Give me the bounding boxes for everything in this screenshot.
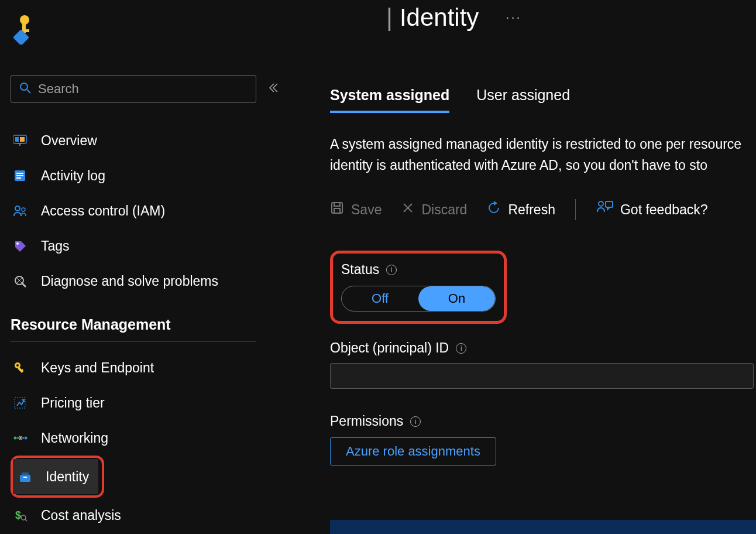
status-label: Status: [341, 262, 379, 278]
sidebar-item-identity[interactable]: Identity: [13, 459, 98, 494]
svg-line-5: [27, 90, 30, 93]
svg-line-19: [22, 283, 26, 287]
sidebar-item-activity-log[interactable]: Activity log: [11, 158, 297, 193]
refresh-icon: [487, 201, 501, 218]
highlight-identity: Identity: [11, 456, 104, 498]
sidebar-item-cost-analysis[interactable]: $ Cost analysis: [11, 498, 297, 533]
page-title: | Identity ···: [386, 4, 522, 32]
sidebar-item-label: Tags: [41, 238, 70, 254]
svg-line-34: [25, 519, 27, 521]
more-icon[interactable]: ···: [506, 10, 521, 25]
feedback-label: Got feedback?: [620, 202, 708, 218]
identity-description: A system assigned managed identity is re…: [330, 134, 756, 176]
save-icon: [330, 201, 344, 218]
svg-rect-29: [20, 475, 30, 482]
sidebar-item-label: Identity: [46, 469, 89, 485]
highlight-status: Status i Off On: [330, 251, 507, 324]
sidebar-item-overview[interactable]: Overview: [11, 123, 297, 158]
identity-icon: [16, 470, 34, 483]
discard-button[interactable]: Discard: [401, 201, 467, 218]
sidebar-item-label: Pricing tier: [41, 395, 105, 411]
svg-point-33: [21, 515, 26, 520]
svg-point-16: [22, 208, 25, 211]
refresh-button[interactable]: Refresh: [487, 201, 555, 218]
info-icon[interactable]: i: [386, 265, 397, 275]
sidebar-item-pricing-tier[interactable]: Pricing tier: [11, 385, 297, 420]
info-icon[interactable]: i: [410, 416, 421, 427]
title-separator: |: [386, 4, 393, 32]
feedback-button[interactable]: Got feedback?: [596, 200, 708, 219]
sidebar-item-label: Diagnose and solve problems: [41, 273, 218, 289]
bottom-bar: [330, 520, 756, 534]
section-resource-management: Resource Management: [11, 316, 297, 333]
object-id-section: Object (principal) ID i: [330, 340, 756, 389]
sidebar-item-label: Networking: [41, 430, 108, 446]
svg-point-21: [16, 364, 19, 367]
sidebar-item-keys-endpoint[interactable]: Keys and Endpoint: [11, 350, 297, 385]
pricing-tier-icon: [12, 396, 29, 409]
status-toggle[interactable]: Off On: [341, 286, 496, 312]
search-input[interactable]: [38, 81, 248, 97]
discard-label: Discard: [421, 202, 467, 218]
svg-point-15: [15, 206, 20, 211]
search-icon: [19, 82, 31, 96]
sidebar-item-networking[interactable]: Networking: [11, 420, 297, 456]
svg-point-40: [599, 201, 603, 206]
svg-point-4: [20, 83, 28, 90]
save-label: Save: [351, 202, 382, 218]
nav-top: Overview Activity log Access control (IA…: [11, 123, 297, 299]
svg-rect-8: [20, 137, 25, 142]
save-button[interactable]: Save: [330, 201, 382, 218]
info-icon[interactable]: i: [456, 343, 466, 354]
toggle-on[interactable]: On: [418, 286, 495, 311]
tags-icon: [12, 239, 29, 252]
sidebar-item-label: Activity log: [41, 168, 105, 184]
overview-icon: [12, 134, 29, 147]
section-divider: [11, 341, 256, 342]
permissions-label: Permissions: [330, 413, 403, 429]
azure-role-assignments-button[interactable]: Azure role assignments: [330, 437, 496, 465]
discard-icon: [401, 201, 414, 218]
refresh-label: Refresh: [508, 202, 555, 218]
svg-rect-7: [15, 137, 19, 142]
object-id-label: Object (principal) ID: [330, 340, 449, 356]
svg-rect-14: [16, 177, 21, 179]
svg-point-25: [14, 437, 17, 440]
sidebar-item-label: Access control (IAM): [41, 203, 165, 219]
svg-text:$: $: [15, 509, 21, 521]
sidebar-item-tags[interactable]: Tags: [11, 228, 297, 263]
search-box[interactable]: [11, 75, 256, 103]
toolbar-separator: [575, 199, 576, 220]
svg-rect-31: [23, 477, 27, 478]
tab-system-assigned[interactable]: System assigned: [330, 87, 449, 113]
svg-rect-12: [16, 173, 23, 174]
object-id-input[interactable]: [330, 363, 754, 389]
diagnose-icon: [12, 275, 29, 287]
tabs: System assigned User assigned: [330, 87, 756, 113]
svg-point-26: [25, 437, 28, 440]
main-content: System assigned User assigned A system a…: [330, 87, 756, 465]
svg-point-17: [16, 242, 19, 245]
svg-rect-37: [334, 208, 340, 213]
collapse-sidebar-icon[interactable]: [267, 82, 279, 96]
sidebar-item-label: Keys and Endpoint: [41, 360, 154, 376]
sidebar-item-diagnose[interactable]: Diagnose and solve problems: [11, 263, 297, 299]
networking-icon: [12, 432, 29, 444]
sidebar-item-label: Overview: [41, 133, 97, 149]
key-icon: [12, 361, 29, 374]
tab-user-assigned[interactable]: User assigned: [476, 87, 570, 113]
sidebar-item-access-control[interactable]: Access control (IAM): [11, 193, 297, 228]
toggle-off[interactable]: Off: [342, 286, 418, 311]
svg-rect-13: [16, 175, 23, 176]
permissions-section: Permissions i Azure role assignments: [330, 413, 756, 465]
sidebar: Overview Activity log Access control (IA…: [11, 75, 297, 533]
svg-rect-41: [606, 201, 613, 207]
access-control-icon: [12, 204, 29, 217]
svg-rect-30: [22, 473, 29, 475]
sidebar-item-label: Cost analysis: [41, 508, 121, 523]
keyvault-icon: [11, 14, 35, 47]
title-text: Identity: [400, 4, 479, 32]
activity-log-icon: [12, 169, 29, 182]
toolbar: Save Discard Refresh Got feedback?: [330, 199, 756, 220]
feedback-icon: [596, 200, 613, 219]
